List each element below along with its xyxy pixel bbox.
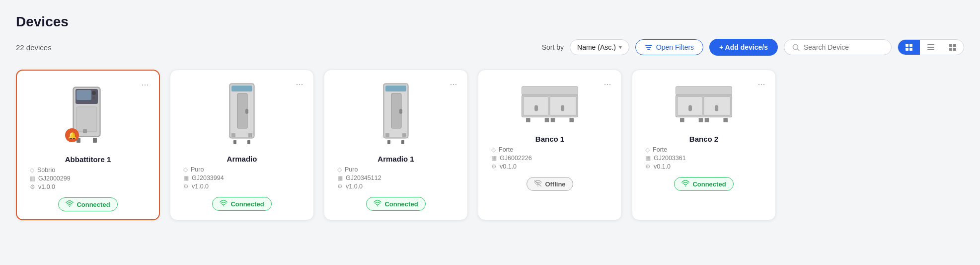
sort-dropdown[interactable]: Name (Asc.) ▾ — [570, 39, 629, 55]
svg-rect-62 — [705, 118, 709, 122]
filters-label: Open Filters — [656, 43, 694, 51]
svg-rect-25 — [231, 86, 252, 91]
svg-rect-18 — [76, 107, 97, 132]
svg-rect-8 — [949, 44, 952, 47]
table-icon — [949, 43, 957, 51]
device-name: Abbattitore 1 — [65, 155, 111, 164]
card-menu-button[interactable]: ··· — [293, 77, 306, 91]
barcode-icon: ▦ — [183, 175, 189, 181]
device-image — [664, 79, 744, 129]
open-filters-button[interactable]: Open Filters — [635, 39, 703, 55]
gear-icon: ⚙ — [491, 163, 497, 170]
svg-rect-61 — [699, 118, 703, 122]
svg-rect-15 — [76, 90, 91, 100]
svg-rect-43 — [522, 87, 578, 95]
version-row: ⚙ v0.1.0 — [491, 163, 608, 170]
gear-icon: ⚙ — [337, 183, 343, 190]
svg-rect-30 — [233, 140, 236, 144]
version-value: v1.0.0 — [192, 183, 209, 190]
version-row: ⚙ v1.0.0 — [337, 183, 454, 190]
wifi-icon — [534, 180, 542, 188]
grid-icon — [905, 43, 913, 51]
svg-point-42 — [377, 205, 378, 206]
device-meta: ◇ Forte ▦ GJ6002226 ⚙ v0.1.0 — [487, 146, 612, 170]
device-name: Armadio 1 — [377, 155, 414, 163]
device-name: Armadio — [227, 155, 257, 163]
list-view-button[interactable] — [920, 40, 942, 55]
serial-value: GJ2000299 — [38, 175, 71, 182]
svg-rect-59 — [715, 105, 718, 111]
serial-value: GJ2033994 — [192, 175, 224, 181]
svg-rect-1 — [905, 44, 908, 47]
device-card[interactable]: ··· Armadio ◇ Puro ▦ GJ2033994 ⚙ v1. — [170, 70, 314, 220]
status-label: Connected — [692, 180, 726, 188]
device-card[interactable]: ··· 🔔 Abbattitore 1 ◇ Sobrio ▦ GJ2000299 — [16, 70, 160, 220]
serial-row: ▦ GJ2033994 — [183, 175, 301, 181]
list-icon — [927, 43, 935, 51]
version-row: ⚙ v1.0.0 — [183, 183, 301, 190]
card-menu-button[interactable]: ··· — [754, 77, 768, 91]
serial-value: GJ2003361 — [654, 155, 686, 162]
device-meta: ◇ Sobrio ▦ GJ2000299 ⚙ v1.0.0 — [26, 167, 150, 190]
wifi-icon — [220, 200, 227, 208]
device-cards-grid: ··· 🔔 Abbattitore 1 ◇ Sobrio ▦ GJ2000299 — [16, 70, 964, 220]
device-card[interactable]: ··· Armadio 1 ◇ Puro ▦ GJ20345112 ⚙ — [324, 70, 468, 220]
status-label: Connected — [230, 200, 264, 208]
device-image — [212, 79, 272, 149]
table-view-button[interactable] — [942, 40, 964, 55]
card-menu-button[interactable]: ··· — [601, 77, 614, 91]
serial-row: ▦ GJ6002226 — [491, 155, 608, 162]
add-label: + Add device/s — [719, 43, 768, 51]
version-row: ⚙ v1.0.0 — [30, 183, 146, 190]
svg-rect-48 — [561, 105, 564, 111]
model-value: Puro — [191, 166, 204, 173]
model-row: ◇ Puro — [337, 166, 454, 173]
search-box[interactable] — [784, 39, 892, 55]
device-image — [510, 79, 590, 129]
version-row: ⚙ v0.1.0 — [645, 163, 762, 170]
svg-rect-58 — [688, 105, 692, 111]
svg-rect-4 — [909, 48, 912, 51]
gear-icon: ⚙ — [645, 163, 651, 170]
svg-rect-63 — [723, 118, 728, 122]
serial-row: ▦ GJ2000299 — [30, 175, 146, 182]
version-value: v1.0.0 — [346, 183, 363, 190]
card-menu-button[interactable]: ··· — [138, 78, 152, 91]
svg-rect-10 — [949, 48, 952, 51]
serial-row: ▦ GJ2003361 — [645, 155, 762, 162]
wifi-icon — [681, 180, 689, 188]
svg-rect-5 — [927, 44, 934, 45]
serial-row: ▦ GJ20345112 — [337, 175, 454, 181]
svg-rect-31 — [247, 140, 250, 144]
svg-point-16 — [92, 91, 96, 95]
chevron-down-icon: ▾ — [619, 44, 622, 51]
search-icon — [792, 44, 800, 51]
barcode-icon: ▦ — [645, 155, 651, 162]
device-card[interactable]: ··· Banco 1 ◇ Forte ▦ GJ6002226 ⚙ — [478, 70, 622, 220]
svg-point-32 — [223, 205, 224, 206]
svg-rect-39 — [402, 133, 406, 137]
diamond-icon: ◇ — [183, 166, 188, 173]
svg-rect-51 — [551, 118, 555, 122]
filter-icon — [645, 43, 653, 51]
toolbar: 22 devices Sort by Name (Asc.) ▾ Open Fi… — [16, 39, 964, 56]
svg-rect-3 — [905, 48, 908, 51]
svg-rect-49 — [526, 118, 530, 122]
grid-view-button[interactable] — [898, 40, 920, 55]
svg-rect-38 — [385, 133, 389, 137]
add-device-button[interactable]: + Add device/s — [709, 39, 778, 56]
wifi-icon — [374, 200, 381, 208]
wifi-icon — [66, 200, 74, 208]
status-badge: Connected — [366, 197, 425, 211]
search-input[interactable] — [804, 43, 883, 51]
device-meta: ◇ Puro ▦ GJ20345112 ⚙ v1.0.0 — [333, 166, 458, 190]
model-row: ◇ Forte — [645, 146, 762, 153]
svg-rect-47 — [534, 105, 538, 111]
svg-rect-7 — [927, 49, 934, 50]
gear-icon: ⚙ — [183, 183, 189, 190]
version-value: v0.1.0 — [654, 163, 671, 170]
card-menu-button[interactable]: ··· — [447, 77, 460, 91]
diamond-icon: ◇ — [30, 167, 34, 174]
device-card[interactable]: ··· Banco 2 ◇ Forte ▦ GJ2003361 ⚙ — [632, 70, 776, 220]
model-row: ◇ Sobrio — [30, 167, 146, 174]
